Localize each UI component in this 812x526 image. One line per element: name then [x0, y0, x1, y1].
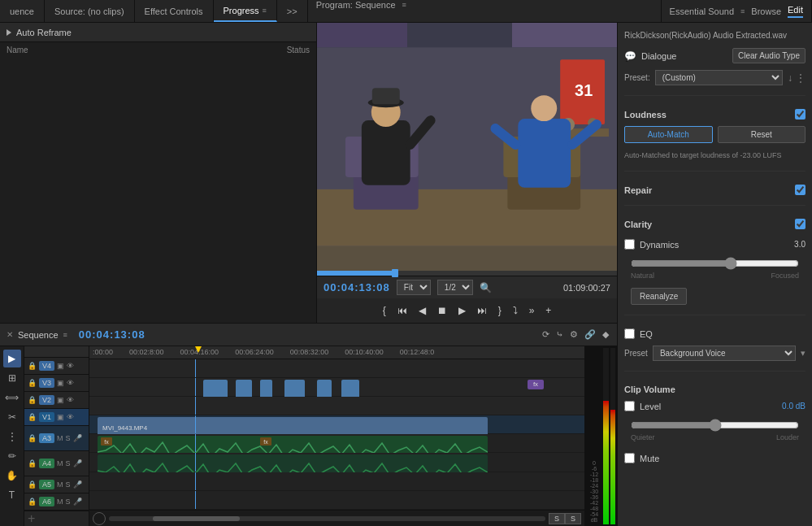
close-sequence-btn[interactable]: ✕	[7, 330, 13, 339]
more-btn[interactable]: »	[526, 303, 538, 318]
repair-checkbox[interactable]	[795, 185, 805, 195]
v3-eye[interactable]: 👁	[67, 379, 74, 387]
playback-controls: { ⏮ ◀ ⏹ ▶ ⏭ } ⤵ » +	[317, 298, 617, 323]
es-browse-tab[interactable]: Browse	[751, 7, 781, 16]
level-slider[interactable]	[631, 419, 799, 431]
eq-dropdown-icon[interactable]: ▾	[801, 348, 805, 359]
tab-more[interactable]: >>	[277, 0, 308, 22]
type-tool[interactable]: T	[3, 486, 21, 504]
preset-selector[interactable]: (Custom)	[655, 70, 783, 85]
loudness-checkbox[interactable]	[795, 109, 805, 120]
pen-tool[interactable]: ✏	[3, 447, 21, 465]
collapse-icon[interactable]	[7, 29, 11, 36]
v3-track-icon[interactable]: ▣	[57, 379, 64, 387]
ripple-tool[interactable]: ⊞	[3, 369, 21, 387]
v2-eye[interactable]: 👁	[67, 396, 74, 404]
timeline-tracks[interactable]: :00:00 00:02:8:00 00:04:16:00 00:06:24:0…	[89, 346, 584, 526]
timeline-s2-btn[interactable]: S	[565, 513, 581, 524]
preset-options-btn[interactable]: ⋮	[796, 72, 805, 84]
v1-lock[interactable]: 🔒	[28, 413, 37, 421]
insert-btn[interactable]: ⤵	[510, 303, 521, 318]
tab-progress[interactable]: Progress ≡	[214, 0, 277, 22]
fraction-selector[interactable]: 1/2	[437, 280, 473, 295]
step-fwd-btn[interactable]: ⏭	[474, 303, 490, 318]
add-marker-btn[interactable]: ◆	[601, 328, 610, 341]
hand-tool[interactable]: ✋	[3, 467, 21, 485]
a6-m[interactable]: M	[57, 498, 63, 506]
ripple-edit-btn[interactable]: ⟳	[541, 328, 551, 341]
add-btn[interactable]: +	[542, 303, 554, 318]
timeline-settings-btn[interactable]: ⚙	[568, 328, 580, 341]
play-btn[interactable]: ▶	[455, 303, 469, 318]
auto-match-btn[interactable]: Auto-Match	[624, 126, 713, 143]
mark-in-btn[interactable]: {	[380, 303, 389, 318]
a5-lock[interactable]: 🔒	[28, 480, 37, 489]
a3-lock[interactable]: 🔒	[28, 434, 37, 442]
video-progress-bar[interactable]	[317, 271, 617, 276]
a6-lock[interactable]: 🔒	[28, 498, 37, 506]
a6-s[interactable]: S	[66, 498, 71, 506]
timeline-scroll-track[interactable]	[109, 516, 545, 521]
a4-lock[interactable]: 🔒	[28, 459, 37, 467]
step-back-btn[interactable]: ⏮	[394, 303, 410, 318]
eq-preset-selector[interactable]: Background Voice	[653, 346, 796, 361]
clip-volume-header: Clip Volume	[624, 385, 805, 394]
vu-bar-left	[603, 348, 609, 524]
a3-s[interactable]: S	[66, 434, 71, 442]
v2-track-icon[interactable]: ▣	[57, 396, 64, 404]
level-min-label: Quieter	[631, 433, 655, 441]
es-edit-tab[interactable]: Edit	[788, 5, 803, 18]
clear-audio-btn[interactable]: Clear Audio Type	[732, 48, 805, 63]
fit-selector[interactable]: Fit	[397, 280, 431, 295]
timeline-s-btn[interactable]: S	[549, 513, 565, 524]
v4-name: V4	[39, 361, 54, 371]
slip-tool[interactable]: ⋮	[3, 428, 21, 446]
a3-mic[interactable]: 🎤	[73, 434, 82, 442]
roll-tool[interactable]: ⟺	[3, 389, 21, 406]
timeline-scroll-left[interactable]	[93, 512, 106, 525]
select-tool[interactable]: ▶	[3, 350, 21, 367]
v4-eye[interactable]: 👁	[67, 362, 74, 370]
v2-lock[interactable]: 🔒	[28, 396, 37, 404]
frame-back-btn[interactable]: ◀	[415, 303, 429, 318]
add-track-btn[interactable]: +	[28, 511, 35, 526]
v3-lock[interactable]: 🔒	[28, 379, 37, 387]
mark-out-btn[interactable]: }	[495, 303, 505, 318]
loudness-section-header: Loudness	[624, 109, 805, 120]
svg-point-18	[531, 95, 557, 121]
stop-btn[interactable]: ⏹	[434, 303, 450, 318]
a3-m[interactable]: M	[57, 434, 63, 442]
dynamics-min-label: Natural	[631, 272, 654, 280]
a5-mic[interactable]: 🎤	[73, 480, 82, 489]
timeline-area: ✕ Sequence ≡ 00:04:13:08 ⟳ ⤷ ⚙ 🔗 ◆ ▶ ⊞ ⟺	[0, 324, 617, 526]
reset-btn[interactable]: Reset	[718, 126, 806, 143]
timeline-scroll-thumb[interactable]	[153, 516, 240, 521]
a6-mic[interactable]: 🎤	[73, 498, 82, 506]
razor-tool[interactable]: ✂	[3, 408, 21, 426]
a4-m[interactable]: M	[57, 459, 63, 467]
dynamics-slider[interactable]	[631, 258, 799, 269]
v4-track-icon[interactable]: ▣	[57, 362, 64, 370]
a5-s[interactable]: S	[66, 480, 71, 489]
save-preset-btn[interactable]: ↓	[788, 72, 792, 84]
v1-track-icon[interactable]: ▣	[57, 413, 64, 421]
a5-m[interactable]: M	[57, 480, 63, 489]
track-select-btn[interactable]: ⤷	[554, 328, 565, 341]
linked-btn[interactable]: 🔗	[583, 328, 597, 341]
v1-eye[interactable]: 👁	[67, 413, 74, 421]
a4-s[interactable]: S	[66, 459, 71, 467]
v4-lock[interactable]: 🔒	[28, 362, 37, 370]
clarity-checkbox[interactable]	[795, 219, 805, 229]
fx-badge-v3: fx	[528, 380, 544, 389]
tab-effect-controls[interactable]: Effect Controls	[135, 0, 214, 22]
video-progress-handle[interactable]	[392, 269, 398, 277]
mute-checkbox[interactable]	[624, 453, 635, 463]
eq-checkbox[interactable]	[624, 328, 635, 339]
dynamics-checkbox[interactable]	[624, 239, 635, 250]
tab-source[interactable]: Source: (no clips)	[45, 0, 135, 22]
es-header-title: Essential Sound	[670, 7, 735, 16]
a4-mic[interactable]: 🎤	[73, 459, 82, 467]
reanalyze-btn[interactable]: Reanalyze	[631, 288, 687, 305]
level-checkbox[interactable]	[624, 401, 635, 411]
tab-sequence[interactable]: uence	[0, 0, 45, 22]
